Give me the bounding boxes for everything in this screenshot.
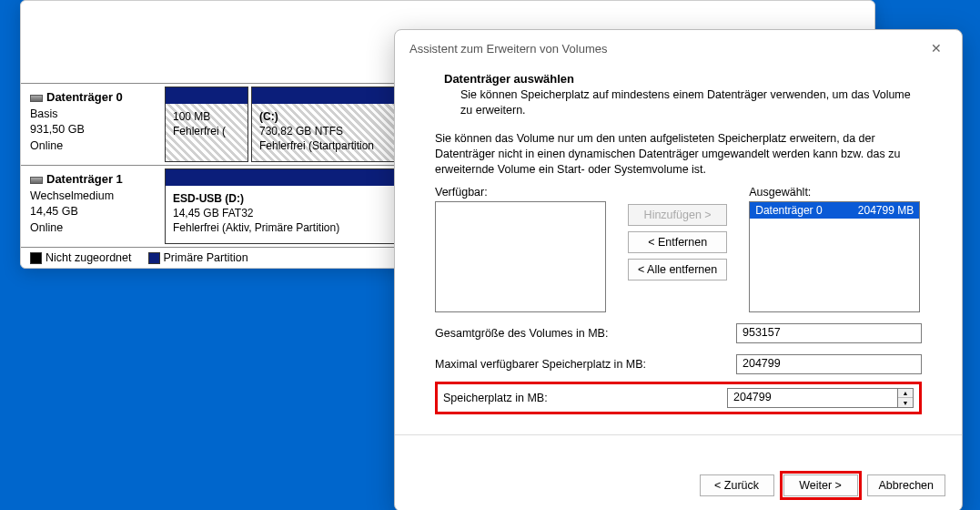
disk-name: Datenträger 1 — [46, 172, 123, 186]
wizard-explanation: Sie können das Volume nur um den unten a… — [435, 131, 922, 178]
selected-label: Ausgewählt: — [749, 186, 920, 199]
space-input[interactable]: 204799 — [727, 388, 898, 408]
extend-volume-wizard: Assistent zum Erweitern von Volumes ✕ Da… — [394, 29, 963, 510]
cancel-button[interactable]: Abbrechen — [867, 474, 945, 496]
spinner-up-icon[interactable]: ▲ — [898, 389, 913, 398]
add-button[interactable]: Hinzufügen > — [628, 204, 727, 226]
disk-icon — [30, 177, 43, 184]
close-icon[interactable]: ✕ — [925, 39, 947, 57]
remove-button[interactable]: < Entfernen — [628, 231, 727, 253]
spinner-buttons: ▲ ▼ — [898, 388, 914, 408]
disk-info-0: Datenträger 0 Basis 931,50 GB Online — [21, 84, 162, 165]
legend-unallocated-label: Nicht zugeordnet — [45, 251, 132, 264]
remove-all-button[interactable]: < Alle entfernen — [628, 259, 727, 280]
wizard-title: Assistent zum Erweitern von Volumes — [409, 42, 607, 56]
next-button[interactable]: Weiter > — [783, 474, 858, 496]
disk-type: Wechselmedium — [30, 189, 153, 205]
wizard-content: Datenträger auswählen Sie können Speiche… — [395, 65, 962, 458]
wizard-heading: Datenträger auswählen — [444, 72, 922, 86]
disk-status: Online — [30, 138, 153, 155]
disk-size: 14,45 GB — [30, 204, 153, 220]
available-label: Verfügbar: — [435, 186, 606, 199]
total-size-value: 953157 — [736, 323, 922, 343]
selected-listbox[interactable]: Datenträger 0 204799 MB — [749, 201, 920, 312]
selected-disk-item[interactable]: Datenträger 0 204799 MB — [750, 202, 919, 219]
max-space-label: Maximal verfügbarer Speicherplatz in MB: — [435, 358, 646, 371]
partition-system-reserved[interactable]: 100 MB Fehlerfrei ( — [165, 87, 248, 162]
space-input-row: Speicherplatz in MB: 204799 ▲ ▼ — [443, 388, 914, 408]
max-space-row: Maximal verfügbarer Speicherplatz in MB:… — [435, 354, 922, 374]
partition-header — [166, 87, 248, 104]
space-spinner: 204799 ▲ ▼ — [727, 388, 914, 408]
legend-unallocated: Nicht zugeordnet — [30, 251, 132, 264]
disk-icon — [30, 95, 43, 102]
total-size-row: Gesamtgröße des Volumes in MB: 953157 — [435, 323, 922, 343]
available-column: Verfügbar: — [435, 186, 606, 312]
transfer-buttons: Hinzufügen > < Entfernen < Alle entferne… — [628, 186, 727, 312]
partition-status: Fehlerfrei ( — [173, 124, 240, 138]
legend-primary: Primäre Partition — [148, 251, 248, 264]
disk-name: Datenträger 0 — [46, 90, 123, 104]
wizard-subheading: Sie können Speicherplatz auf mindestens … — [460, 87, 922, 118]
disk-type: Basis — [30, 107, 153, 123]
wizard-separator — [395, 434, 962, 435]
spinner-down-icon[interactable]: ▼ — [898, 398, 913, 407]
partition-size: 100 MB — [173, 109, 240, 124]
total-size-label: Gesamtgröße des Volumes in MB: — [435, 327, 608, 340]
space-input-label: Speicherplatz in MB: — [443, 392, 548, 404]
disk-info-1: Datenträger 1 Wechselmedium 14,45 GB Onl… — [21, 166, 162, 247]
legend-swatch-blue — [148, 252, 160, 264]
selected-item-name: Datenträger 0 — [755, 204, 822, 217]
wizard-footer: < Zurück Weiter > Abbrechen — [395, 458, 962, 510]
wizard-titlebar: Assistent zum Erweitern von Volumes ✕ — [395, 30, 962, 65]
selected-column: Ausgewählt: Datenträger 0 204799 MB — [749, 186, 920, 312]
legend-swatch-black — [30, 252, 42, 264]
disk-status: Online — [30, 220, 153, 237]
available-listbox[interactable] — [435, 201, 606, 312]
disk-size: 931,50 GB — [30, 122, 153, 138]
back-button[interactable]: < Zurück — [700, 474, 774, 496]
selected-item-size: 204799 MB — [858, 204, 914, 217]
disk-selection-area: Verfügbar: Hinzufügen > < Entfernen < Al… — [435, 186, 922, 312]
max-space-value: 204799 — [736, 354, 922, 374]
space-input-highlight: Speicherplatz in MB: 204799 ▲ ▼ — [435, 382, 922, 414]
legend-primary-label: Primäre Partition — [164, 251, 248, 264]
